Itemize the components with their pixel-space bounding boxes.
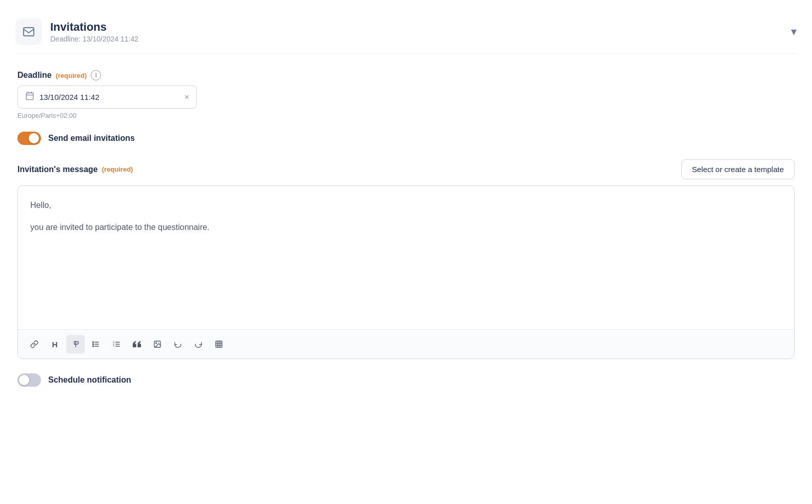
toolbar-table-button[interactable] — [210, 335, 228, 353]
svg-point-10 — [93, 346, 94, 347]
svg-text:3: 3 — [113, 345, 114, 347]
invitation-message-section: Invitation's message (required) Select o… — [17, 159, 795, 359]
deadline-info-icon[interactable]: i — [91, 70, 101, 80]
deadline-value: 13/10/2024 11:42 — [39, 93, 185, 101]
toolbar-link-button[interactable] — [25, 335, 44, 353]
timezone-label: Europe/Paris+02:00 — [17, 112, 795, 119]
schedule-notification-label: Schedule notification — [48, 375, 131, 385]
message-editor: Hello, you are invited to participate to… — [17, 185, 795, 359]
toolbar-paragraph-button[interactable] — [66, 335, 85, 353]
toolbar-image-button[interactable] — [148, 335, 167, 353]
editor-content-area[interactable]: Hello, you are invited to participate to… — [18, 186, 794, 329]
svg-point-18 — [156, 343, 157, 344]
invitation-message-required: (required) — [102, 165, 133, 173]
toolbar-undo-button[interactable] — [169, 335, 187, 353]
editor-line-1: Hello, — [30, 198, 782, 212]
editor-toolbar: H — [18, 329, 794, 359]
mail-icon — [15, 18, 42, 45]
calendar-icon — [25, 91, 34, 103]
page-title: Invitations — [50, 20, 138, 34]
toolbar-blockquote-button[interactable] — [128, 335, 146, 353]
clear-date-icon[interactable]: × — [185, 93, 189, 102]
deadline-required: (required) — [56, 72, 87, 79]
svg-rect-19 — [216, 341, 222, 347]
deadline-label: Deadline — [17, 71, 52, 80]
send-email-row: Send email invitations — [17, 132, 795, 145]
svg-rect-0 — [24, 28, 34, 36]
svg-point-9 — [93, 344, 94, 345]
send-email-toggle[interactable] — [17, 132, 41, 145]
svg-rect-1 — [26, 93, 33, 100]
invitation-message-label: Invitation's message — [17, 165, 98, 174]
chevron-down-icon[interactable]: ▾ — [791, 25, 797, 38]
editor-line-2: you are invited to participate to the qu… — [30, 220, 782, 234]
page-subtitle: Deadline: 13/10/2024 11:42 — [50, 35, 138, 43]
toolbar-redo-button[interactable] — [189, 335, 208, 353]
toolbar-bullet-list-button[interactable] — [87, 335, 105, 353]
svg-point-8 — [93, 342, 94, 343]
deadline-field-group: Deadline (required) i 13/10/2024 11:42 ×… — [17, 70, 795, 119]
send-email-label: Send email invitations — [48, 134, 135, 143]
select-template-button[interactable]: Select or create a template — [681, 159, 795, 179]
invitations-header: Invitations Deadline: 13/10/2024 11:42 ▾ — [15, 10, 797, 54]
schedule-notification-row: Schedule notification — [17, 373, 795, 387]
schedule-notification-toggle[interactable] — [17, 373, 41, 387]
toolbar-heading-button[interactable]: H — [46, 335, 64, 353]
toolbar-ordered-list-button[interactable]: 1 2 3 — [107, 335, 126, 353]
deadline-input[interactable]: 13/10/2024 11:42 × — [17, 86, 197, 109]
